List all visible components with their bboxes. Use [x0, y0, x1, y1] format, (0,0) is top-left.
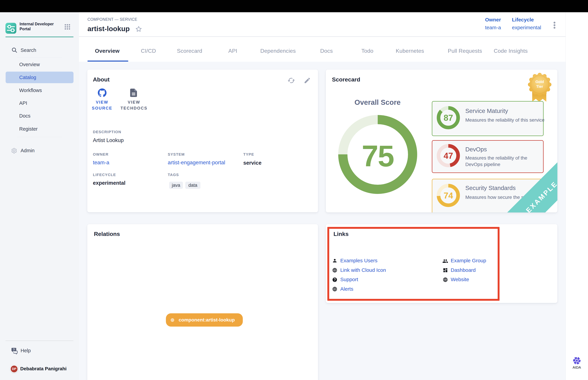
svg-text:74: 74 — [444, 191, 453, 200]
svg-text:?: ? — [13, 348, 15, 351]
